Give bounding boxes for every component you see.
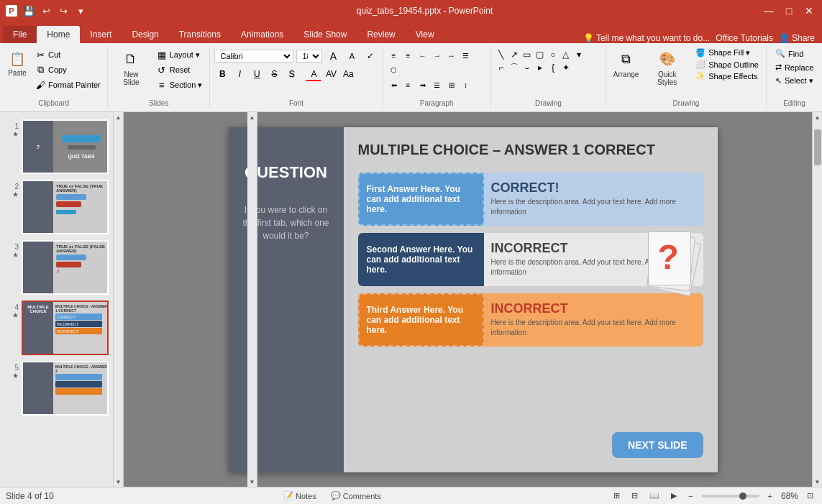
shape-curve-icon[interactable]: ⌒	[508, 62, 520, 73]
tab-insert[interactable]: Insert	[80, 26, 122, 43]
tab-transitions[interactable]: Transitions	[169, 26, 231, 43]
shape-triangle-icon[interactable]: △	[560, 49, 572, 60]
italic-button[interactable]: I	[232, 67, 247, 81]
shape-connector-icon[interactable]: ⌣	[521, 62, 533, 73]
shape-round-rect-icon[interactable]: ▢	[534, 49, 546, 60]
shape-effects-button[interactable]: ✨ Shape Effects	[693, 70, 762, 81]
reset-button[interactable]: ↺ Reset	[153, 63, 206, 77]
answer-box-3[interactable]: Third Answer Here. You can add additiona…	[358, 293, 484, 347]
shape-outline-button[interactable]: ⬜ Shape Outline	[693, 59, 762, 70]
shadow-button[interactable]: S	[283, 67, 299, 81]
slide-thumb-5[interactable]: MULTIPLE CHOICE - ANSWER 2	[22, 361, 109, 416]
align-center-button[interactable]: ≡	[402, 78, 415, 91]
tab-animations[interactable]: Animations	[231, 26, 293, 43]
customize-qa-button[interactable]: ▾	[73, 4, 88, 18]
font-size-select[interactable]: 18	[296, 50, 322, 63]
tab-slideshow[interactable]: Slide Show	[293, 26, 357, 43]
increase-font-button[interactable]: A	[325, 49, 341, 63]
line-spacing-button[interactable]: ↕	[460, 78, 472, 91]
comments-button[interactable]: 💬 Comments	[328, 490, 384, 502]
section-button[interactable]: ≡ Section ▾	[153, 78, 206, 92]
slide-thumb-4[interactable]: MULTIPLE CHOICE MULTIPLE CHOICE - ANSWER…	[22, 301, 109, 355]
tab-home[interactable]: Home	[37, 26, 80, 43]
fit-slide-button[interactable]: ⊡	[804, 490, 816, 502]
cut-button[interactable]: ✂ Cut	[32, 47, 104, 62]
shape-rect-icon[interactable]: ▭	[521, 49, 533, 60]
canvas-scroll-up[interactable]: ▲	[247, 112, 257, 122]
zoom-in-button[interactable]: +	[765, 490, 775, 502]
replace-button[interactable]: ⇄ Replace	[771, 61, 818, 73]
answer-box-1[interactable]: First Answer Here. You can add additiona…	[358, 173, 484, 226]
arrange-button[interactable]: ⧉ Arrange	[611, 47, 641, 80]
increase-indent-button[interactable]: →	[431, 49, 444, 62]
paste-button[interactable]: 📋 Paste	[4, 47, 30, 78]
shape-arrow-icon[interactable]: ↗	[508, 49, 520, 60]
slide-thumb-1[interactable]: ? QUIZ TABS	[22, 119, 109, 174]
answer-box-2[interactable]: Second Answer Here. You can add addition…	[358, 233, 484, 286]
underline-button[interactable]: U	[249, 67, 265, 81]
shape-line-icon[interactable]: ╲	[496, 49, 507, 60]
share-button[interactable]: 👤 Share	[779, 33, 815, 43]
tab-design[interactable]: Design	[122, 26, 168, 43]
normal-view-button[interactable]: ⊞	[611, 490, 623, 502]
slide-item-3[interactable]: 3 ★ TRUE or FALSE (FALSE ANSWER) ✗	[3, 239, 110, 296]
slide-item-5[interactable]: 5 ★ MULTIPLE CHOICE - ANSWER 2	[3, 359, 110, 417]
slide-show-button[interactable]: ▶	[668, 490, 680, 502]
bullets-button[interactable]: ≡	[388, 49, 401, 62]
notes-button[interactable]: 📝 Notes	[280, 490, 319, 502]
tell-me-button[interactable]: 💡 Tell me what you want to do...	[583, 33, 710, 43]
slide-sorter-button[interactable]: ⊟	[629, 490, 641, 502]
copy-button[interactable]: ⧉ Copy	[32, 63, 104, 77]
shape-oval-icon[interactable]: ○	[547, 49, 559, 60]
justify-button[interactable]: ☰	[431, 78, 444, 91]
format-painter-button[interactable]: 🖌 Format Painter	[32, 78, 104, 92]
tab-review[interactable]: Review	[357, 26, 405, 43]
layout-button[interactable]: ▦ Layout ▾	[153, 47, 206, 62]
decrease-font-button[interactable]: A	[344, 49, 360, 63]
redo-button[interactable]: ↪	[56, 4, 70, 18]
maximize-button[interactable]: □	[782, 4, 796, 18]
font-spacing-button[interactable]: AV	[323, 67, 339, 81]
slide-thumb-2[interactable]: TRUE or FALSE (TRUE ANSWER)	[22, 180, 109, 234]
next-slide-button[interactable]: NEXT SLIDE	[612, 432, 703, 458]
canvas-vscroll-down[interactable]: ▼	[813, 477, 823, 487]
font-color-button[interactable]: A	[306, 67, 321, 81]
find-button[interactable]: 🔍 Find	[771, 47, 818, 60]
canvas-scroll-down[interactable]: ▼	[247, 477, 257, 487]
align-left-button[interactable]: ⬅	[388, 78, 401, 91]
close-button[interactable]: ✕	[802, 4, 816, 18]
numbered-list-button[interactable]: ≡	[402, 49, 415, 62]
slide-panel-scroll-down[interactable]: ▼	[114, 477, 124, 487]
decrease-indent-button[interactable]: ←	[416, 49, 429, 62]
shape-brace-icon[interactable]: {	[547, 62, 559, 73]
answer-result-1[interactable]: CORRECT! Here is the description area. A…	[484, 173, 703, 226]
tab-view[interactable]: View	[406, 26, 444, 43]
undo-button[interactable]: ↩	[39, 4, 53, 18]
shape-callout-icon[interactable]: ▸	[534, 62, 546, 73]
strikethrough-button[interactable]: S	[266, 67, 282, 81]
convert-smartart-button[interactable]: ⬡	[388, 63, 401, 76]
slide-item-2[interactable]: 2 ★ TRUE or FALSE (TRUE ANSWER)	[3, 178, 110, 236]
columns-button[interactable]: ⊞	[445, 78, 458, 91]
tab-file[interactable]: File	[3, 26, 37, 43]
slide-thumb-3[interactable]: TRUE or FALSE (FALSE ANSWER) ✗	[22, 240, 109, 295]
select-button[interactable]: ↖ Select ▾	[771, 75, 818, 87]
clear-format-button[interactable]: ✓	[362, 49, 378, 63]
align-text-button[interactable]: ☰	[460, 49, 472, 62]
slide-item-1[interactable]: 1 ★ ? QUIZ TABS	[3, 118, 110, 175]
slide-panel-scroll-up[interactable]: ▲	[114, 112, 124, 122]
bold-button[interactable]: B	[214, 67, 230, 81]
align-right-button[interactable]: ➡	[416, 78, 429, 91]
shape-fill-button[interactable]: 🪣 Shape Fill ▾	[693, 47, 762, 58]
slide-item-4[interactable]: 4 ★ MULTIPLE CHOICE MULTIPLE CHOICE - AN…	[3, 299, 110, 357]
new-slide-button[interactable]: 🗋 New Slide	[112, 47, 150, 88]
font-family-select[interactable]: Calibri	[214, 50, 293, 63]
zoom-slider[interactable]	[702, 495, 759, 498]
quick-styles-button[interactable]: 🎨 Quick Styles	[644, 47, 690, 88]
text-direction-button[interactable]: ↔	[445, 49, 458, 62]
answer-result-3[interactable]: INCORRECT Here is the description area. …	[484, 293, 703, 347]
change-case-button[interactable]: Aa	[340, 67, 356, 81]
shape-bend-icon[interactable]: ⌐	[496, 62, 507, 73]
minimize-button[interactable]: —	[762, 4, 776, 18]
zoom-out-button[interactable]: −	[685, 490, 695, 502]
